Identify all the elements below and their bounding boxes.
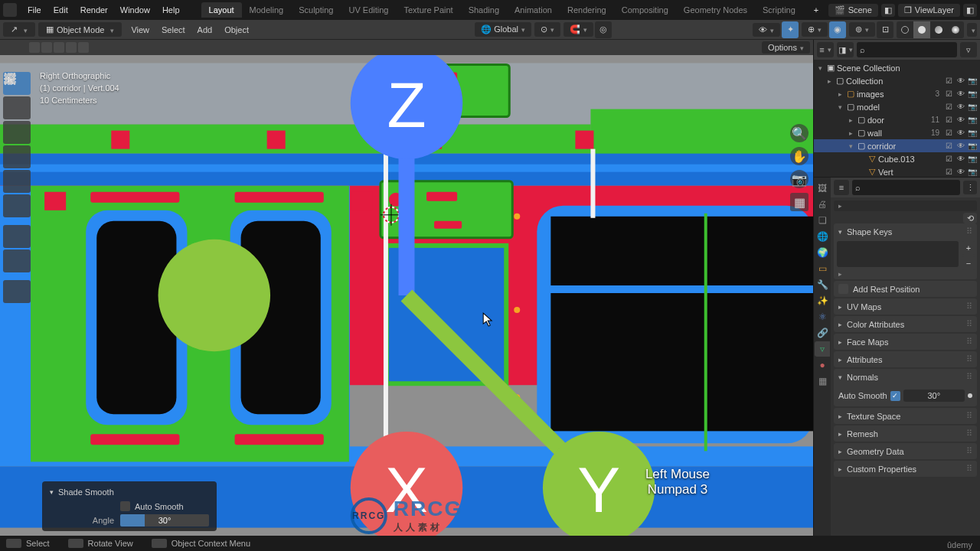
editor-type-selector[interactable]: ↗: [3, 22, 35, 37]
custom-properties-panel[interactable]: ▸Custom Properties⠿: [834, 461, 977, 477]
exclude-toggle[interactable]: ☑: [944, 89, 954, 99]
properties-tab-particles[interactable]: ✨: [815, 293, 830, 308]
auto-smooth-angle[interactable]: 30°: [903, 390, 965, 402]
animate-dot[interactable]: [968, 393, 972, 398]
tool-move[interactable]: [3, 121, 31, 144]
properties-options[interactable]: ⋮: [963, 181, 977, 194]
select-mode-1[interactable]: [29, 42, 40, 53]
tool-add-cube[interactable]: [3, 280, 31, 303]
3d-viewport[interactable]: Z X Y 🔍 ✋ 📷 ▦: [0, 55, 813, 536]
zoom-button[interactable]: 🔍: [790, 124, 808, 142]
remesh-panel[interactable]: ▸Remesh⠿: [834, 425, 977, 442]
outliner-item-collection[interactable]: ▸▢Collection☑👁📷: [814, 74, 980, 87]
tool-annotate[interactable]: [3, 225, 31, 248]
face-maps-panel[interactable]: ▸Face Maps⠿: [834, 334, 977, 350]
properties-tab-constraints[interactable]: 🔗: [815, 325, 830, 341]
snap-selector[interactable]: 🧲: [564, 22, 593, 37]
select-mode-5[interactable]: [78, 42, 89, 53]
shading-options[interactable]: [967, 23, 977, 37]
outliner-item-door[interactable]: ▸▢door11☑👁📷: [814, 113, 980, 126]
disable-toggle[interactable]: 📷: [967, 167, 977, 177]
add-rest-position-row[interactable]: Add Rest Position: [834, 281, 977, 297]
workspace-tab-sculpting[interactable]: Sculpting: [291, 2, 341, 18]
workspace-tab-layout[interactable]: Layout: [201, 2, 242, 18]
outliner-item-corridor[interactable]: ▾▢corridor☑👁📷: [814, 139, 980, 152]
camera-view-button[interactable]: 📷: [790, 170, 808, 188]
exclude-toggle[interactable]: ☑: [944, 167, 954, 177]
outliner-item-vert[interactable]: ▽Vert☑👁📷: [814, 165, 980, 177]
properties-editor-selector[interactable]: ≡: [834, 180, 849, 195]
gizmo-options[interactable]: ⊕: [802, 22, 828, 37]
tool-transform[interactable]: [3, 194, 31, 217]
properties-tab-output[interactable]: 🖨: [815, 197, 830, 212]
exclude-toggle[interactable]: ☑: [944, 102, 954, 112]
properties-tab-texture[interactable]: ▦: [815, 373, 830, 389]
overlay-toggle[interactable]: ◉: [829, 21, 846, 38]
workspace-tab-modeling[interactable]: Modeling: [242, 2, 292, 18]
viewlayer-new-button[interactable]: ◧: [963, 4, 977, 17]
texture-space-panel[interactable]: ▸Texture Space⠿: [834, 408, 977, 424]
exclude-toggle[interactable]: ☑: [944, 128, 954, 138]
hide-toggle[interactable]: 👁: [956, 76, 965, 86]
disable-toggle[interactable]: 📷: [967, 128, 977, 138]
gizmo-toggle[interactable]: ✦: [782, 21, 799, 38]
mode-selector[interactable]: ▦Object Mode: [38, 22, 122, 37]
menu-render[interactable]: Render: [74, 5, 114, 15]
panel-pin[interactable]: ⟲: [963, 213, 977, 223]
menu-help[interactable]: Help: [156, 5, 186, 15]
angle-slider[interactable]: 30°: [120, 514, 209, 527]
outliner-item-wall[interactable]: ▸▢wall19☑👁📷: [814, 126, 980, 139]
menu-view[interactable]: View: [125, 25, 155, 34]
outliner-item-model[interactable]: ▾▢model☑👁📷: [814, 100, 980, 113]
properties-tab-modifiers[interactable]: 🔧: [815, 277, 830, 292]
tool-scale[interactable]: [3, 170, 31, 193]
properties-search[interactable]: ⌕: [852, 180, 960, 195]
menu-window[interactable]: Window: [114, 5, 156, 15]
xray-toggle[interactable]: ⊡: [877, 21, 893, 38]
workspace-tab-shading[interactable]: Shading: [461, 2, 507, 18]
shape-keys-header[interactable]: ▾Shape Keys⠿: [834, 223, 977, 240]
rest-position-checkbox[interactable]: [838, 284, 848, 294]
workspace-tab-rendering[interactable]: Rendering: [560, 2, 614, 18]
pan-button[interactable]: ✋: [790, 147, 808, 165]
workspace-tab-scripting[interactable]: Scripting: [755, 2, 803, 18]
hide-toggle[interactable]: 👁: [956, 141, 965, 151]
exclude-toggle[interactable]: ☑: [944, 76, 954, 86]
menu-object[interactable]: Object: [218, 25, 255, 34]
exclude-toggle[interactable]: ☑: [944, 141, 954, 151]
hide-toggle[interactable]: 👁: [956, 115, 965, 125]
hide-toggle[interactable]: 👁: [956, 128, 965, 138]
disable-toggle[interactable]: 📷: [967, 154, 977, 164]
outliner-editor-selector[interactable]: ≡: [817, 42, 834, 57]
orientation-selector[interactable]: 🌐 Global: [475, 22, 531, 37]
perspective-toggle[interactable]: ▦: [790, 193, 808, 211]
uv-maps-panel[interactable]: ▸UV Maps⠿: [834, 298, 977, 315]
properties-tab-viewlayer[interactable]: ❏: [815, 213, 830, 228]
workspace-tab-animation[interactable]: Animation: [507, 2, 560, 18]
workspace-add-button[interactable]: +: [808, 5, 825, 15]
auto-smooth-checkbox[interactable]: [120, 501, 130, 511]
scene-selector[interactable]: 🎬Scene: [828, 4, 878, 17]
properties-tab-physics[interactable]: ⚛: [815, 309, 830, 324]
disable-toggle[interactable]: 📷: [967, 141, 977, 151]
viewport-options[interactable]: Options: [762, 41, 810, 54]
color-attributes-panel[interactable]: ▸Color Attributes⠿: [834, 316, 977, 332]
hide-toggle[interactable]: 👁: [956, 102, 965, 112]
auto-smooth-checkbox-prop[interactable]: ✓: [890, 391, 900, 401]
viewlayer-selector[interactable]: ❐ViewLayer: [898, 4, 960, 17]
shading-rendered[interactable]: [947, 21, 964, 38]
disable-toggle[interactable]: 📷: [967, 89, 977, 99]
select-mode-3[interactable]: [54, 42, 64, 53]
tool-rotate[interactable]: [3, 145, 31, 168]
shape-key-add[interactable]: +: [962, 241, 975, 255]
shading-wireframe[interactable]: [897, 21, 913, 38]
select-mode-4[interactable]: [66, 42, 77, 53]
tool-cursor[interactable]: [3, 96, 31, 119]
outliner-scene-collection[interactable]: ▾ ▣ Scene Collection: [814, 61, 980, 74]
outliner-item-images[interactable]: ▸▢images3☑👁📷: [814, 87, 980, 100]
disable-toggle[interactable]: 📷: [967, 115, 977, 125]
properties-tab-material[interactable]: ●: [815, 357, 830, 373]
outliner-filter[interactable]: ▿: [960, 42, 977, 57]
workspace-tab-compositing[interactable]: Compositing: [614, 2, 676, 18]
properties-tab-data[interactable]: ▿: [815, 341, 830, 357]
